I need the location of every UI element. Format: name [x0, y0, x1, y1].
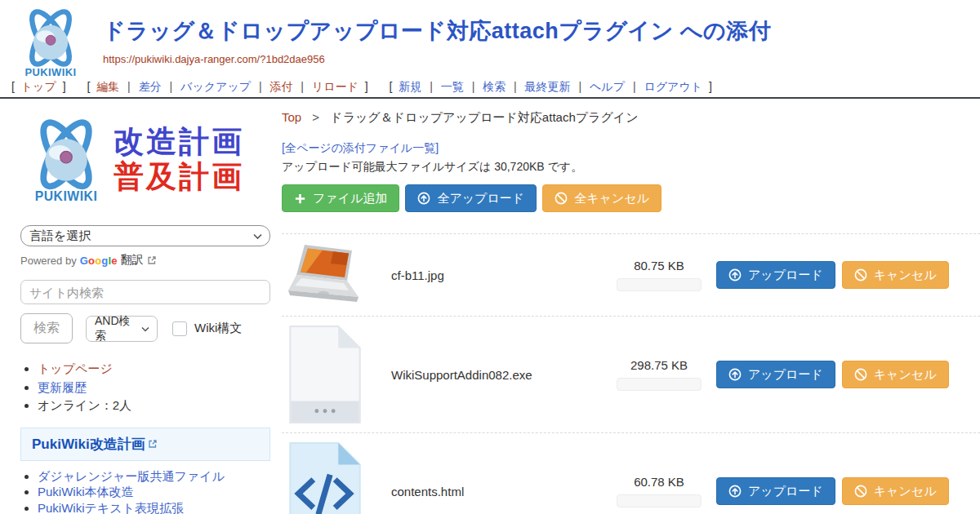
ban-icon: [854, 485, 867, 498]
file-size: 298.75 KB: [617, 358, 702, 372]
sidebar-plugin-links: ダジャレンジャー版共通ファイル PukiWiki本体改造 PukiWikiテキス…: [20, 469, 270, 514]
sidebar-link-common-files[interactable]: ダジャレンジャー版共通ファイル: [38, 469, 225, 483]
file-name: WikiSupportAddin082.exe: [391, 368, 617, 382]
chevron-down-icon: [141, 326, 149, 332]
table-row: WikiSupportAddin082.exe 298.75 KB アップロード: [282, 316, 980, 432]
upload-all-button[interactable]: 全アップロード: [405, 184, 537, 212]
search-mode-select[interactable]: AND検索: [86, 316, 158, 342]
sidebar-link-update-history[interactable]: 更新履歴: [38, 380, 87, 394]
nav-new[interactable]: 新規: [399, 80, 421, 93]
chevron-down-icon: [253, 233, 262, 240]
upload-button[interactable]: アップロード: [716, 477, 835, 505]
generic-file-icon: [288, 325, 362, 424]
cancel-button[interactable]: キャンセル: [842, 361, 949, 388]
list-item: PukiWikiテキスト表現拡張: [38, 501, 270, 514]
upload-circle-icon: [728, 268, 742, 281]
nav-logout[interactable]: ログアウト: [644, 80, 702, 93]
upload-circle-icon: [728, 368, 742, 381]
file-size: 80.75 KB: [617, 259, 702, 273]
page-title: ドラッグ＆ドロップアップロード対応attachプラグイン への添付: [103, 16, 771, 46]
code-file-icon: [288, 441, 362, 514]
site-search-input[interactable]: [20, 280, 270, 304]
table-row: contents.html 60.78 KB アップロード: [282, 432, 980, 514]
list-item: オンライン：2人: [38, 397, 270, 414]
progress-bar: [617, 378, 702, 391]
cancel-button[interactable]: キャンセル: [842, 261, 949, 289]
banner-words: 改造計画 普及計画: [114, 125, 244, 194]
list-item: PukiWiki本体改造: [38, 485, 270, 499]
top-navbar: [ トップ ] [ 編集 | 差分 | バックアップ | 添付 | リロード ]…: [8, 80, 727, 95]
upload-button[interactable]: アップロード: [716, 261, 835, 289]
ban-icon: [555, 192, 568, 205]
search-button[interactable]: 検索: [20, 313, 73, 343]
all-attachments-link[interactable]: [全ページの添付ファイル一覧]: [282, 141, 439, 156]
upload-queue: cf-b11.jpg 80.75 KB アップロード: [282, 233, 980, 514]
file-size: 60.78 KB: [617, 475, 702, 489]
nav-reload[interactable]: リロード: [312, 80, 359, 93]
sidebar-section-title: PukiWiki改造計画: [32, 435, 158, 454]
table-row: cf-b11.jpg 80.75 KB アップロード: [282, 233, 980, 316]
laptop-photo-thumbnail: [288, 242, 363, 308]
sidebar-banner[interactable]: PUKIWIKI 改造計画 普及計画: [20, 113, 270, 207]
file-name: cf-b11.jpg: [391, 268, 617, 282]
google-logo: Google: [80, 255, 118, 267]
cancel-button[interactable]: キャンセル: [842, 477, 949, 505]
language-select[interactable]: 言語を選択: [20, 225, 270, 246]
ban-icon: [854, 368, 867, 381]
progress-bar: [617, 278, 702, 291]
ban-icon: [854, 268, 867, 281]
page-url-link[interactable]: https://pukiwiki.dajya-ranger.com/?1bd2d…: [103, 53, 325, 65]
breadcrumb-home[interactable]: Top: [282, 110, 301, 124]
list-item: ダジャレンジャー版共通ファイル: [38, 469, 270, 484]
main-content: Top > ドラッグ＆ドロップアップロード対応attachプラグイン [全ページ…: [282, 106, 980, 514]
nav-top[interactable]: トップ: [21, 80, 56, 93]
header-divider: [0, 97, 980, 99]
nav-recent[interactable]: 最終更新: [525, 80, 571, 93]
pukiwiki-atom-icon: PUKIWIKI: [20, 114, 112, 206]
banner-line1: 改造計画: [114, 125, 244, 160]
sidebar-link-text-ext[interactable]: PukiWikiテキスト表現拡張: [38, 501, 184, 514]
nav-edit[interactable]: 編集: [96, 80, 119, 93]
logo-wordmark: PUKIWIKI: [24, 66, 76, 78]
upload-circle-icon: [417, 192, 430, 205]
list-item: トップページ: [38, 361, 270, 377]
add-file-button[interactable]: ファイル追加: [282, 184, 399, 212]
nav-search[interactable]: 検索: [483, 80, 506, 93]
upload-actions: ファイル追加 全アップロード 全キャンセル: [282, 184, 980, 212]
nav-help[interactable]: ヘルプ: [590, 80, 625, 93]
online-count: オンライン：2人: [38, 398, 131, 412]
sidebar-link-top-page[interactable]: トップページ: [38, 361, 113, 375]
max-upload-size-text: アップロード可能最大ファイルサイズは 30,720KB です。: [282, 160, 980, 175]
nav-diff[interactable]: 差分: [139, 80, 162, 93]
cancel-all-button[interactable]: 全キャンセル: [542, 184, 662, 212]
progress-bar: [617, 494, 702, 507]
breadcrumb: Top > ドラッグ＆ドロップアップロード対応attachプラグイン: [282, 106, 980, 126]
pukiwiki-logo[interactable]: PUKIWIKI: [13, 4, 88, 81]
sidebar-section-header[interactable]: PukiWiki改造計画: [20, 428, 270, 461]
file-name: contents.html: [391, 485, 617, 498]
wiki-syntax-checkbox[interactable]: [172, 321, 187, 336]
external-link-icon: [147, 255, 157, 265]
sidebar-quick-links: トップページ 更新履歴 オンライン：2人: [20, 361, 270, 414]
upload-circle-icon: [728, 485, 742, 498]
banner-logo-wordmark: PUKIWIKI: [35, 189, 98, 203]
sidebar-link-core-mod[interactable]: PukiWiki本体改造: [38, 485, 134, 498]
nav-backup[interactable]: バックアップ: [180, 80, 251, 93]
sidebar: PUKIWIKI 改造計画 普及計画 言語を選択 Powered by Goog…: [20, 113, 270, 514]
nav-attach[interactable]: 添付: [270, 80, 292, 93]
breadcrumb-current: ドラッグ＆ドロップアップロード対応attachプラグイン: [330, 110, 638, 124]
upload-button[interactable]: アップロード: [716, 361, 835, 388]
nav-list[interactable]: 一覧: [441, 80, 464, 93]
plus-icon: [294, 193, 306, 205]
banner-line2: 普及計画: [114, 160, 244, 195]
list-item: 更新履歴: [38, 379, 270, 396]
external-link-icon: [148, 439, 158, 449]
wiki-syntax-label: Wiki構文: [194, 321, 242, 336]
google-translate-attribution[interactable]: Powered by Google 翻訳: [20, 253, 270, 268]
